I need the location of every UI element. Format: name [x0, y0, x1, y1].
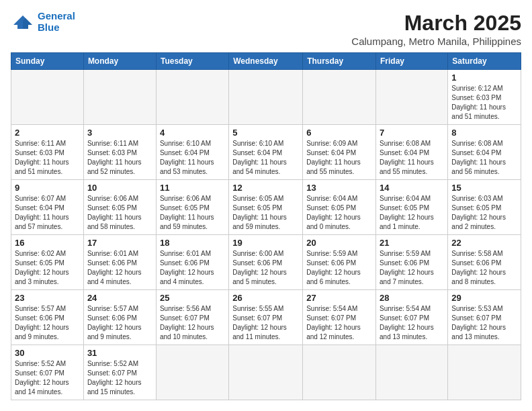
weekday-header-saturday: Saturday [448, 53, 521, 70]
day-number: 30 [15, 348, 80, 358]
weekday-header-thursday: Thursday [303, 53, 376, 70]
day-info: Sunrise: 6:01 AM Sunset: 6:06 PM Dayligh… [160, 249, 225, 287]
day-number: 14 [380, 183, 444, 193]
logo-text: GeneralBlue [38, 11, 75, 33]
day-info: Sunrise: 5:53 AM Sunset: 6:07 PM Dayligh… [451, 304, 517, 342]
calendar-day-cell: 5Sunrise: 6:10 AM Sunset: 6:04 PM Daylig… [229, 125, 303, 180]
calendar-day-cell: 18Sunrise: 6:01 AM Sunset: 6:06 PM Dayli… [156, 235, 228, 290]
day-info: Sunrise: 5:54 AM Sunset: 6:07 PM Dayligh… [306, 304, 372, 342]
calendar-day-cell: 13Sunrise: 6:04 AM Sunset: 6:05 PM Dayli… [303, 180, 376, 235]
day-info: Sunrise: 6:08 AM Sunset: 6:04 PM Dayligh… [451, 139, 517, 177]
day-info: Sunrise: 6:12 AM Sunset: 6:03 PM Dayligh… [451, 84, 517, 122]
calendar-empty-cell [376, 70, 448, 125]
weekday-header-wednesday: Wednesday [229, 53, 303, 70]
calendar-week-row: 23Sunrise: 5:57 AM Sunset: 6:06 PM Dayli… [11, 290, 521, 345]
calendar-empty-cell [303, 70, 376, 125]
day-info: Sunrise: 6:03 AM Sunset: 6:05 PM Dayligh… [451, 194, 517, 232]
calendar-day-cell: 9Sunrise: 6:07 AM Sunset: 6:04 PM Daylig… [11, 180, 84, 235]
day-info: Sunrise: 6:11 AM Sunset: 6:03 PM Dayligh… [87, 139, 152, 177]
day-number: 19 [232, 238, 299, 248]
calendar-day-cell: 10Sunrise: 6:06 AM Sunset: 6:05 PM Dayli… [83, 180, 156, 235]
day-number: 24 [87, 293, 152, 303]
day-info: Sunrise: 5:59 AM Sunset: 6:06 PM Dayligh… [380, 249, 444, 287]
calendar-empty-cell [376, 345, 448, 400]
day-number: 29 [451, 293, 517, 303]
day-number: 31 [87, 348, 152, 358]
weekday-header-monday: Monday [83, 53, 156, 70]
day-info: Sunrise: 5:57 AM Sunset: 6:06 PM Dayligh… [87, 304, 152, 342]
day-info: Sunrise: 6:11 AM Sunset: 6:03 PM Dayligh… [15, 139, 80, 177]
calendar-day-cell: 8Sunrise: 6:08 AM Sunset: 6:04 PM Daylig… [448, 125, 521, 180]
calendar-empty-cell [156, 345, 228, 400]
calendar-empty-cell [229, 345, 303, 400]
logo-icon [11, 13, 35, 32]
day-number: 23 [15, 293, 80, 303]
day-info: Sunrise: 5:59 AM Sunset: 6:06 PM Dayligh… [306, 249, 372, 287]
day-number: 17 [87, 238, 152, 248]
day-info: Sunrise: 5:56 AM Sunset: 6:07 PM Dayligh… [160, 304, 225, 342]
day-number: 7 [380, 128, 444, 138]
calendar-empty-cell [11, 70, 84, 125]
weekday-header-friday: Friday [376, 53, 448, 70]
day-info: Sunrise: 6:07 AM Sunset: 6:04 PM Dayligh… [15, 194, 80, 232]
calendar-week-row: 16Sunrise: 6:02 AM Sunset: 6:05 PM Dayli… [11, 235, 521, 290]
day-info: Sunrise: 6:10 AM Sunset: 6:04 PM Dayligh… [160, 139, 225, 177]
day-number: 22 [451, 238, 517, 248]
calendar-day-cell: 23Sunrise: 5:57 AM Sunset: 6:06 PM Dayli… [11, 290, 84, 345]
calendar-day-cell: 14Sunrise: 6:04 AM Sunset: 6:05 PM Dayli… [376, 180, 448, 235]
calendar-day-cell: 27Sunrise: 5:54 AM Sunset: 6:07 PM Dayli… [303, 290, 376, 345]
calendar-day-cell: 22Sunrise: 5:58 AM Sunset: 6:06 PM Dayli… [448, 235, 521, 290]
day-number: 13 [306, 183, 372, 193]
calendar-day-cell: 30Sunrise: 5:52 AM Sunset: 6:07 PM Dayli… [11, 345, 84, 400]
calendar-day-cell: 11Sunrise: 6:06 AM Sunset: 6:05 PM Dayli… [156, 180, 228, 235]
calendar-day-cell: 15Sunrise: 6:03 AM Sunset: 6:05 PM Dayli… [448, 180, 521, 235]
day-number: 10 [87, 183, 152, 193]
calendar-week-row: 2Sunrise: 6:11 AM Sunset: 6:03 PM Daylig… [11, 125, 521, 180]
month-title: March 2025 [351, 11, 521, 36]
day-number: 18 [160, 238, 225, 248]
calendar-day-cell: 26Sunrise: 5:55 AM Sunset: 6:07 PM Dayli… [229, 290, 303, 345]
day-number: 15 [451, 183, 517, 193]
calendar-day-cell: 29Sunrise: 5:53 AM Sunset: 6:07 PM Dayli… [448, 290, 521, 345]
calendar-week-row: 9Sunrise: 6:07 AM Sunset: 6:04 PM Daylig… [11, 180, 521, 235]
day-number: 3 [87, 128, 152, 138]
day-info: Sunrise: 6:04 AM Sunset: 6:05 PM Dayligh… [306, 194, 372, 232]
day-number: 28 [380, 293, 444, 303]
day-number: 8 [451, 128, 517, 138]
calendar-day-cell: 16Sunrise: 6:02 AM Sunset: 6:05 PM Dayli… [11, 235, 84, 290]
calendar-empty-cell [83, 70, 156, 125]
day-info: Sunrise: 6:05 AM Sunset: 6:05 PM Dayligh… [232, 194, 299, 232]
calendar-day-cell: 25Sunrise: 5:56 AM Sunset: 6:07 PM Dayli… [156, 290, 228, 345]
day-info: Sunrise: 5:52 AM Sunset: 6:07 PM Dayligh… [87, 359, 152, 397]
day-info: Sunrise: 6:10 AM Sunset: 6:04 PM Dayligh… [232, 139, 299, 177]
day-number: 21 [380, 238, 444, 248]
day-info: Sunrise: 5:55 AM Sunset: 6:07 PM Dayligh… [232, 304, 299, 342]
day-number: 12 [232, 183, 299, 193]
day-number: 11 [160, 183, 225, 193]
day-info: Sunrise: 6:04 AM Sunset: 6:05 PM Dayligh… [380, 194, 444, 232]
calendar-day-cell: 21Sunrise: 5:59 AM Sunset: 6:06 PM Dayli… [376, 235, 448, 290]
calendar-day-cell: 1Sunrise: 6:12 AM Sunset: 6:03 PM Daylig… [448, 70, 521, 125]
calendar-day-cell: 6Sunrise: 6:09 AM Sunset: 6:04 PM Daylig… [303, 125, 376, 180]
day-info: Sunrise: 5:52 AM Sunset: 6:07 PM Dayligh… [15, 359, 80, 397]
day-info: Sunrise: 6:08 AM Sunset: 6:04 PM Dayligh… [380, 139, 444, 177]
day-info: Sunrise: 6:01 AM Sunset: 6:06 PM Dayligh… [87, 249, 152, 287]
weekday-header-tuesday: Tuesday [156, 53, 228, 70]
logo: GeneralBlue [11, 11, 75, 33]
calendar-week-row: 1Sunrise: 6:12 AM Sunset: 6:03 PM Daylig… [11, 70, 521, 125]
day-info: Sunrise: 6:06 AM Sunset: 6:05 PM Dayligh… [87, 194, 152, 232]
weekday-header-row: SundayMondayTuesdayWednesdayThursdayFrid… [11, 53, 521, 70]
header: GeneralBlue March 2025 Calumpang, Metro … [11, 11, 521, 47]
day-info: Sunrise: 5:57 AM Sunset: 6:06 PM Dayligh… [15, 304, 80, 342]
day-info: Sunrise: 5:54 AM Sunset: 6:07 PM Dayligh… [380, 304, 444, 342]
calendar-day-cell: 31Sunrise: 5:52 AM Sunset: 6:07 PM Dayli… [83, 345, 156, 400]
weekday-header-sunday: Sunday [11, 53, 84, 70]
day-number: 9 [15, 183, 80, 193]
day-number: 26 [232, 293, 299, 303]
calendar-day-cell: 12Sunrise: 6:05 AM Sunset: 6:05 PM Dayli… [229, 180, 303, 235]
calendar-day-cell: 2Sunrise: 6:11 AM Sunset: 6:03 PM Daylig… [11, 125, 84, 180]
location-title: Calumpang, Metro Manila, Philippines [351, 36, 521, 47]
day-info: Sunrise: 6:02 AM Sunset: 6:05 PM Dayligh… [15, 249, 80, 287]
calendar-week-row: 30Sunrise: 5:52 AM Sunset: 6:07 PM Dayli… [11, 345, 521, 400]
day-info: Sunrise: 6:00 AM Sunset: 6:06 PM Dayligh… [232, 249, 299, 287]
